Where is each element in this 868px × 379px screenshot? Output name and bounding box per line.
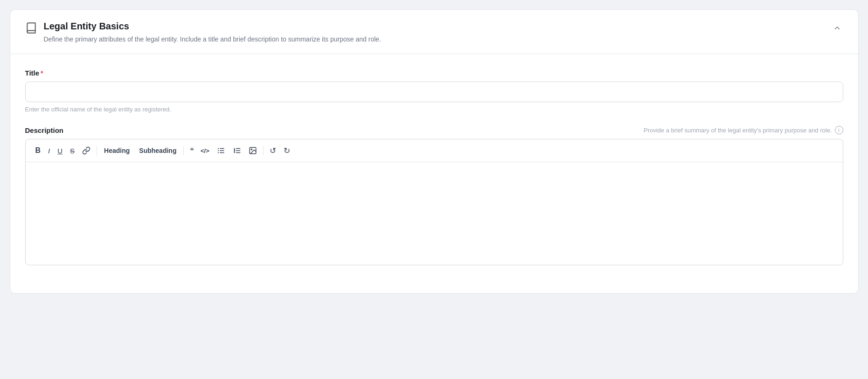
svg-point-4 [218,150,219,151]
legal-entity-card: Legal Entity Basics Define the primary a… [10,9,859,294]
blockquote-button[interactable]: “ [187,145,196,157]
description-editor-content[interactable] [26,162,843,265]
title-hint: Enter the official name of the legal ent… [25,106,843,113]
collapse-button[interactable] [831,22,843,36]
toolbar-divider-2 [183,146,184,155]
undo-button[interactable]: ↺ [266,145,279,157]
info-icon[interactable]: i [835,126,843,134]
card-body: Title* Enter the official name of the le… [10,54,858,293]
required-indicator: * [41,69,43,77]
title-label: Title* [25,69,843,77]
toolbar-divider-1 [97,146,97,155]
svg-point-5 [218,152,219,153]
editor-toolbar: B I U S Heading Subheading “ < [26,139,843,162]
title-field-group: Title* Enter the official name of the le… [25,69,843,113]
toolbar-divider-3 [263,146,264,155]
subheading-button[interactable]: Subheading [135,145,181,156]
description-label: Description [25,126,64,134]
book-icon [25,22,37,36]
ordered-list-button[interactable] [229,144,244,157]
card-description: Define the primary attributes of the leg… [44,34,381,44]
description-header: Description Provide a brief summary of t… [25,126,843,134]
description-editor: B I U S Heading Subheading “ < [25,139,843,265]
description-hint: Provide a brief summary of the legal ent… [644,126,843,134]
svg-point-10 [251,149,252,150]
code-button[interactable]: </> [197,145,213,156]
title-input[interactable] [25,82,843,102]
card-title: Legal Entity Basics [44,21,381,32]
bullet-list-button[interactable] [214,144,229,157]
image-button[interactable] [245,144,260,157]
card-header-text: Legal Entity Basics Define the primary a… [44,21,381,44]
underline-button[interactable]: U [54,145,66,157]
bold-button[interactable]: B [32,145,44,157]
redo-button[interactable]: ↻ [280,145,293,157]
description-field-group: Description Provide a brief summary of t… [25,126,843,265]
svg-point-3 [218,148,219,149]
italic-button[interactable]: I [45,145,53,157]
heading-button[interactable]: Heading [100,145,134,156]
link-button[interactable] [79,144,94,157]
card-header-left: Legal Entity Basics Define the primary a… [25,21,381,44]
strikethrough-button[interactable]: S [67,145,78,157]
card-header: Legal Entity Basics Define the primary a… [10,10,858,54]
